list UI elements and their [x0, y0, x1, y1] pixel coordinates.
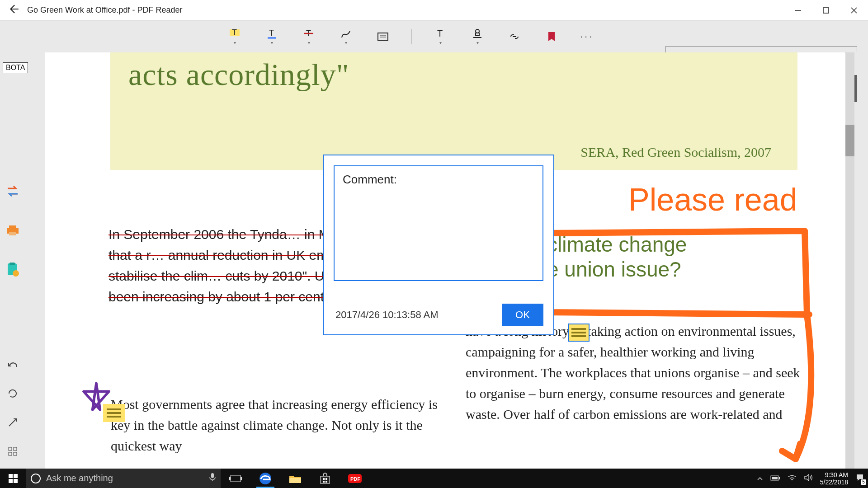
- svg-rect-25: [9, 447, 12, 450]
- task-view-button[interactable]: [221, 469, 250, 488]
- swap-arrows-icon: [5, 185, 20, 198]
- svg-rect-26: [14, 447, 17, 450]
- tray-time: 9:30 AM: [820, 471, 848, 479]
- taskbar-search[interactable]: Ask me anything: [26, 469, 221, 488]
- tray-wifi-icon[interactable]: [788, 474, 797, 483]
- folder-icon: [288, 473, 302, 484]
- toolbar: T ▾ T ▾ T ▾ ▾ T ▾ ▾: [0, 21, 868, 52]
- rail-undo-icon[interactable]: [6, 358, 19, 371]
- svg-rect-15: [476, 33, 479, 36]
- start-button[interactable]: [0, 469, 26, 488]
- rail-swap-icon[interactable]: [5, 183, 21, 200]
- store-icon: [319, 473, 331, 484]
- fullscreen-icon: [8, 418, 18, 427]
- svg-rect-31: [9, 479, 13, 483]
- svg-rect-27: [9, 452, 12, 455]
- svg-rect-35: [229, 477, 231, 480]
- close-icon: [851, 7, 857, 14]
- system-tray: 9:30 AM 5/22/2018 5: [757, 469, 868, 488]
- taskbar-pdfreader[interactable]: PDF: [340, 469, 370, 488]
- strikeout-icon: T: [303, 28, 315, 39]
- window-minimize-button[interactable]: [784, 0, 812, 21]
- svg-point-24: [13, 270, 19, 277]
- bota-toggle[interactable]: BOTA: [3, 62, 28, 73]
- highlight-icon: T: [229, 28, 241, 39]
- stamp-tool[interactable]: ▾: [469, 28, 486, 46]
- printer-icon: [5, 224, 20, 237]
- taskbar-search-placeholder: Ask me anything: [46, 473, 113, 483]
- svg-rect-20: [9, 225, 16, 229]
- svg-rect-32: [14, 479, 18, 483]
- window-maximize-button[interactable]: [812, 0, 840, 21]
- comment-textarea[interactable]: Comment:: [334, 165, 543, 281]
- svg-rect-41: [326, 478, 327, 480]
- sticky-note-2[interactable]: [103, 404, 125, 422]
- minimize-icon: [795, 7, 801, 14]
- tray-battery-icon[interactable]: [770, 474, 780, 483]
- rotate-icon: [7, 388, 18, 399]
- left-rail: BOTA: [0, 52, 29, 469]
- ink-icon: [340, 28, 352, 39]
- text-icon: T: [434, 28, 446, 39]
- bookmark-tool[interactable]: [543, 28, 560, 46]
- svg-rect-42: [323, 481, 325, 483]
- sticky-note-1[interactable]: [568, 324, 590, 342]
- textbox-tool[interactable]: T ▾: [432, 28, 449, 46]
- rail-clipboard-icon[interactable]: [5, 261, 21, 277]
- svg-rect-38: [289, 478, 301, 483]
- rail-print-icon[interactable]: [5, 222, 21, 239]
- svg-rect-29: [9, 474, 13, 478]
- svg-text:T: T: [232, 28, 237, 37]
- highlight-tool[interactable]: T ▾: [226, 28, 243, 46]
- svg-text:PDF: PDF: [350, 476, 360, 482]
- more-menu-button[interactable]: ···: [580, 31, 594, 42]
- grid-icon: [8, 446, 18, 456]
- left-paragraph-2: Most governments agree that increasing e…: [111, 394, 441, 456]
- rail-fullscreen-icon[interactable]: [6, 416, 19, 429]
- tray-clock[interactable]: 9:30 AM 5/22/2018: [820, 471, 848, 486]
- undo-icon: [7, 361, 19, 369]
- svg-rect-40: [323, 478, 325, 480]
- comment-ok-button[interactable]: OK: [502, 304, 543, 326]
- underline-tool[interactable]: T ▾: [263, 28, 280, 46]
- task-view-icon: [229, 474, 242, 483]
- note-icon: [377, 32, 389, 42]
- note-tool[interactable]: [374, 28, 392, 46]
- titlebar: Go Green Work at Office.pdf - PDF Reader: [0, 0, 868, 21]
- svg-rect-10: [378, 33, 388, 40]
- quote-highlight-box: acts accordingly" SERA, Red Green Social…: [110, 52, 797, 170]
- mic-icon[interactable]: [209, 473, 216, 484]
- right-paragraph: have a long history of taking action on …: [466, 321, 800, 425]
- maximize-icon: [823, 7, 829, 14]
- svg-rect-30: [14, 474, 18, 478]
- ink-tool[interactable]: ▾: [337, 28, 354, 46]
- toolbar-separator: [411, 29, 412, 44]
- taskbar-edge[interactable]: [250, 469, 280, 488]
- scrollbar-thumb[interactable]: [845, 125, 854, 156]
- link-tool[interactable]: [506, 28, 523, 46]
- taskbar-store[interactable]: [310, 469, 340, 488]
- window-close-button[interactable]: [840, 0, 868, 21]
- strikeout-tool[interactable]: T ▾: [300, 28, 317, 46]
- tray-overflow-icon[interactable]: [757, 474, 763, 483]
- quote-text: acts accordingly": [128, 57, 779, 93]
- tray-volume-icon[interactable]: [804, 474, 813, 483]
- pdf-app-icon: PDF: [347, 473, 363, 484]
- svg-rect-1: [823, 8, 829, 13]
- taskbar-explorer[interactable]: [280, 469, 310, 488]
- document-canvas[interactable]: acts accordingly" SERA, Red Green Social…: [45, 52, 854, 469]
- notif-badge: 5: [861, 479, 866, 485]
- bookmark-icon: [547, 31, 556, 42]
- link-icon: [508, 32, 521, 41]
- rail-thumbnails-icon[interactable]: [6, 445, 19, 458]
- svg-rect-43: [326, 481, 327, 483]
- rail-rotate-icon[interactable]: [6, 387, 19, 400]
- vertical-scrollbar[interactable]: [845, 52, 854, 469]
- ink-please-read-text: Please read: [628, 182, 797, 217]
- underline-icon: T: [266, 28, 278, 39]
- taskbar: Ask me anything PDF: [0, 469, 868, 488]
- comment-popup: Comment: 2017/4/26 10:13:58 AM OK: [323, 155, 554, 335]
- back-button[interactable]: [0, 3, 27, 18]
- svg-rect-23: [9, 263, 15, 265]
- tray-notifications-icon[interactable]: 5: [855, 473, 864, 484]
